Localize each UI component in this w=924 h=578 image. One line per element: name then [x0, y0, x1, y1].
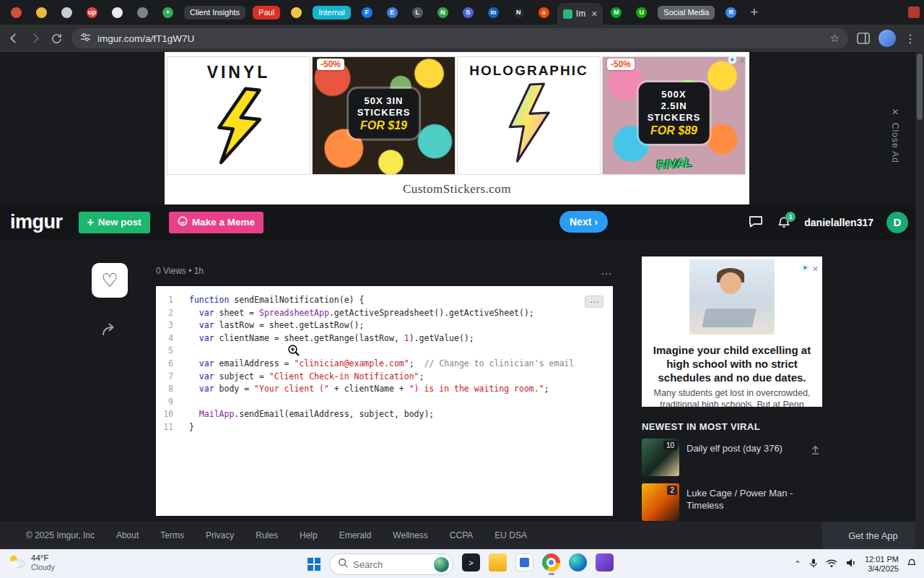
close-ad-label[interactable]: Close Ad — [890, 123, 900, 163]
browser-tab[interactable]: N — [431, 2, 455, 22]
browser-tab[interactable] — [284, 2, 308, 22]
next-button[interactable]: Next › — [559, 211, 608, 233]
scrollbar-thumb[interactable] — [917, 53, 923, 120]
active-tab[interactable]: Im× — [557, 3, 603, 25]
sidebar-ad[interactable]: ✕ Imagine your child excelling at high s… — [642, 256, 822, 407]
address-bar[interactable]: imgur.com/a/fT1gW7U ☆ — [71, 28, 848, 48]
imgur-logo[interactable]: imgur — [10, 211, 63, 233]
side-panel-icon[interactable] — [857, 33, 870, 44]
post-options-button[interactable]: … — [601, 264, 613, 277]
viral-thumbnail[interactable]: 10 — [642, 439, 679, 476]
adchoices-icon[interactable] — [801, 262, 810, 275]
browser-tab[interactable]: E — [380, 2, 404, 22]
ad-close-icon[interactable]: ✕ — [812, 264, 819, 273]
taskbar-app-edge[interactable] — [569, 553, 587, 571]
viral-title[interactable]: Daily elf post (day 376) — [687, 439, 801, 476]
tab-group-social-media[interactable]: Social Media — [658, 6, 715, 20]
taskbar-search[interactable] — [329, 553, 453, 575]
user-avatar[interactable]: D — [886, 212, 908, 233]
browser-tab[interactable] — [105, 2, 129, 22]
ad-panel-holographic[interactable]: HOLOGRAPHIC — [457, 56, 601, 175]
browser-tab[interactable] — [55, 2, 79, 22]
notifications-bell-icon[interactable]: 1 — [777, 215, 791, 230]
upvote-icon[interactable] — [810, 444, 821, 458]
page-scrollbar[interactable] — [915, 52, 924, 549]
viral-item[interactable]: 2Luke Cage / Power Man - Timeless — [642, 483, 822, 521]
taskbar-clock[interactable]: 12:01 PM 3/4/2025 — [865, 555, 899, 574]
footer-link-rules[interactable]: Rules — [256, 530, 278, 540]
taskbar-app-terminal[interactable]: > — [462, 553, 480, 571]
footer-link-privacy[interactable]: Privacy — [206, 530, 234, 540]
tab-close-icon[interactable]: × — [591, 8, 597, 20]
taskbar-search-input[interactable] — [353, 559, 425, 570]
browser-tab[interactable]: in — [481, 2, 505, 22]
start-button[interactable] — [308, 558, 321, 571]
back-button[interactable] — [7, 32, 20, 45]
browser-tab[interactable]: a — [532, 2, 556, 22]
browser-tab[interactable]: L — [406, 2, 430, 22]
share-icon[interactable] — [101, 322, 118, 340]
adchoices-icon[interactable] — [728, 54, 737, 67]
browser-tab[interactable]: N — [507, 2, 531, 22]
bookmark-star-icon[interactable]: ☆ — [830, 32, 840, 45]
footer-link-help[interactable]: Help — [300, 530, 318, 540]
site-settings-icon[interactable] — [80, 32, 91, 46]
wifi-icon[interactable] — [826, 558, 837, 571]
weather-widget[interactable]: 44°F Cloudy — [7, 553, 55, 572]
advertiser-domain[interactable]: CustomStickers.com — [165, 182, 749, 197]
footer-link-wellness[interactable]: Wellness — [393, 530, 427, 540]
chat-icon[interactable] — [748, 214, 764, 231]
viral-item[interactable]: 10Daily elf post (day 376) — [642, 439, 822, 476]
top-banner-ad[interactable]: VINYL -50% 50X 3IN STICKERS FOR $19 HOLO… — [165, 52, 749, 204]
ad-panel-vinyl[interactable]: VINYL — [167, 56, 310, 175]
taskbar-app-chrome[interactable] — [542, 553, 560, 571]
username[interactable]: danielallen317 — [804, 217, 873, 228]
notification-bell-icon[interactable] — [907, 558, 917, 571]
close-ad-control[interactable]: ✕ Close Ad — [890, 107, 900, 163]
browser-tab[interactable]: U — [629, 2, 653, 22]
footer-link-terms[interactable]: Terms — [160, 530, 184, 540]
tab-group-internal[interactable]: Internal — [313, 6, 351, 20]
new-tab-button[interactable]: + — [744, 4, 764, 20]
browser-tab[interactable] — [30, 2, 53, 22]
tab-group-client-insights[interactable]: Client Insights — [184, 6, 245, 20]
volume-icon[interactable] — [845, 558, 857, 571]
tab-strip-right-icon[interactable] — [908, 7, 920, 18]
footer-link-ccpa[interactable]: CCPA — [450, 530, 473, 540]
browser-tab[interactable]: M — [604, 2, 628, 22]
taskbar-app-file-explorer[interactable] — [489, 553, 507, 571]
hidden-icons-chevron[interactable]: ⌃ — [794, 559, 801, 569]
search-highlight-image[interactable] — [434, 557, 449, 572]
sidebar-ad-headline[interactable]: Imagine your child excelling at high sch… — [642, 340, 822, 386]
microphone-icon[interactable] — [809, 558, 818, 571]
make-meme-button[interactable]: Make a Meme — [169, 212, 263, 233]
ad-panel-sticker-deal-2[interactable]: -50% 500X 2.5IN STICKERS FOR $89 RIVAL — [602, 56, 746, 175]
browser-profile-avatar[interactable] — [879, 30, 896, 47]
ad-panel-sticker-deal-1[interactable]: -50% 50X 3IN STICKERS FOR $19 — [312, 56, 456, 175]
browser-tab[interactable]: up — [80, 2, 104, 22]
viral-title[interactable]: Luke Cage / Power Man - Timeless — [687, 483, 822, 521]
browser-tab[interactable] — [4, 2, 28, 22]
reload-button[interactable] — [51, 33, 63, 45]
image-options-icon[interactable]: ⋯ — [585, 296, 603, 308]
sidebar-ad-body[interactable]: Many students get lost in overcrowded, t… — [642, 386, 822, 407]
footer-link-about[interactable]: About — [116, 530, 139, 540]
favorite-button[interactable]: ♡ — [92, 263, 128, 298]
get-the-app-button[interactable]: Get the App — [822, 522, 924, 549]
taskbar-app-office-app[interactable] — [515, 553, 533, 571]
browser-menu-icon[interactable]: ⋮ — [905, 32, 917, 46]
browser-tab[interactable] — [131, 2, 154, 22]
close-ad-x-icon[interactable]: ✕ — [892, 107, 899, 117]
browser-tab[interactable]: R — [719, 2, 743, 22]
viral-thumbnail[interactable]: 2 — [642, 483, 679, 521]
new-post-button[interactable]: + New post — [79, 212, 150, 233]
forward-button[interactable] — [29, 32, 42, 45]
footer-link-emerald[interactable]: Emerald — [339, 530, 372, 540]
browser-tab[interactable]: + — [156, 2, 180, 22]
browser-tab[interactable]: F — [355, 2, 379, 22]
taskbar-app-media-app[interactable] — [596, 553, 614, 571]
browser-tab[interactable]: S — [456, 2, 480, 22]
ad-close-icon[interactable]: ✕ — [739, 56, 746, 65]
post-image-code-snippet[interactable]: 1function sendEmailNotification(e) {2 va… — [156, 286, 613, 516]
tab-group-paul[interactable]: Paul — [253, 6, 280, 20]
